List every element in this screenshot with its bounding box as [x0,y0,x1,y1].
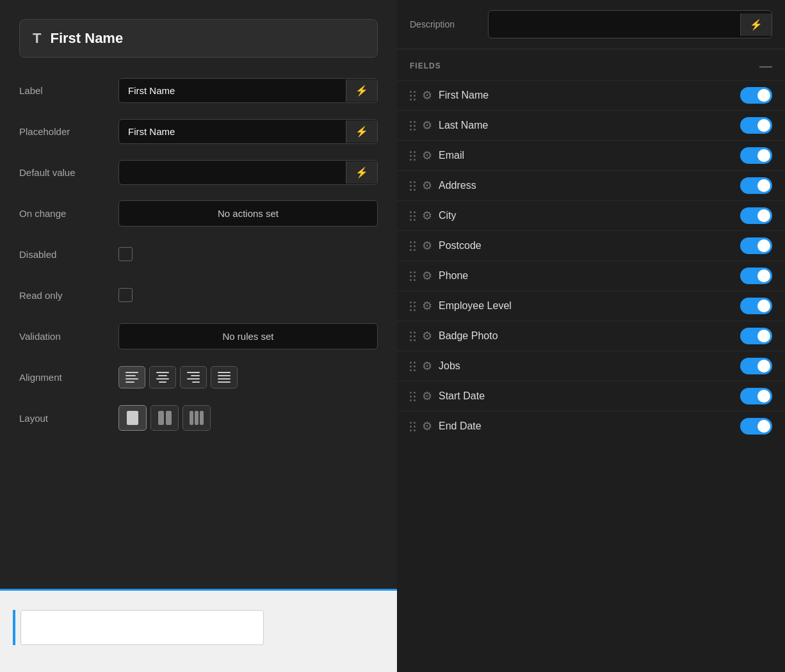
placeholder-input[interactable] [119,120,346,143]
field-toggle[interactable] [740,358,772,374]
field-item[interactable]: ⚙ Badge Photo [397,321,785,351]
field-gear-icon[interactable]: ⚙ [422,209,432,223]
layout-label: Layout [19,413,118,424]
field-item[interactable]: ⚙ Last Name [397,110,785,140]
align-right-icon [187,372,200,383]
layout-row: Layout [19,403,378,433]
field-gear-icon[interactable]: ⚙ [422,148,432,163]
field-toggle[interactable] [740,147,772,164]
fields-header: FIELDS — [397,49,785,80]
field-item[interactable]: ⚙ Employee Level [397,291,785,321]
field-item[interactable]: ⚙ City [397,200,785,230]
field-gear-icon[interactable]: ⚙ [422,329,432,343]
right-panel: Description ⚡ FIELDS — ⚙ First Name [397,0,785,672]
field-gear-icon[interactable]: ⚙ [422,118,432,132]
label-input[interactable] [119,79,346,102]
layout-single-icon [127,411,138,425]
field-toggle[interactable] [740,328,772,344]
layout-group [118,405,211,431]
disabled-label: Disabled [19,249,118,260]
drag-handle-icon [410,91,416,100]
field-gear-icon[interactable]: ⚙ [422,269,432,283]
blue-accent-bar [13,610,15,645]
field-gear-icon[interactable]: ⚙ [422,299,432,313]
field-item[interactable]: ⚙ Email [397,140,785,170]
field-toggle[interactable] [740,268,772,284]
description-lightning-btn[interactable]: ⚡ [740,13,772,36]
align-justify-icon [218,372,231,383]
read-only-checkbox[interactable] [118,288,133,302]
align-center-icon [156,372,169,383]
read-only-row: Read only [19,280,378,310]
bottom-preview-input [20,610,264,645]
align-center-btn[interactable] [149,366,176,388]
field-toggle[interactable] [740,177,772,194]
field-item[interactable]: ⚙ First Name [397,80,785,110]
field-item[interactable]: ⚙ Phone [397,260,785,291]
field-toggle-slider [740,147,772,164]
field-gear-icon[interactable]: ⚙ [422,389,432,403]
field-toggle-slider [740,298,772,314]
field-toggle[interactable] [740,418,772,435]
field-item-name: First Name [439,90,734,101]
field-toggle[interactable] [740,87,772,104]
default-value-label: Default value [19,167,118,178]
drag-handle-icon [410,362,416,371]
field-toggle-slider [740,207,772,224]
align-left-btn[interactable] [118,366,145,388]
read-only-checkbox-wrapper [118,288,133,302]
field-gear-icon[interactable]: ⚙ [422,239,432,253]
layout-double-btn[interactable] [150,405,179,431]
field-item-name: Postcode [439,240,734,252]
field-gear-icon[interactable]: ⚙ [422,359,432,373]
label-lightning-btn[interactable]: ⚡ [346,79,377,102]
field-item[interactable]: ⚙ Postcode [397,230,785,260]
drag-handle-icon [410,121,416,131]
field-toggle-slider [740,87,772,104]
layout-triple-btn[interactable] [182,405,211,431]
field-toggle[interactable] [740,117,772,134]
field-toggle-slider [740,268,772,284]
validation-button[interactable]: No rules set [118,323,378,349]
disabled-checkbox[interactable] [118,247,133,261]
placeholder-lightning-btn[interactable]: ⚡ [346,120,377,143]
field-toggle[interactable] [740,207,772,224]
drag-handle-icon [410,181,416,191]
field-item[interactable]: ⚙ End Date [397,411,785,441]
alignment-group [118,366,238,388]
field-item-name: Jobs [439,360,734,372]
placeholder-input-group: ⚡ [118,119,378,144]
left-panel: T First Name Label ⚡ Placeholder ⚡ Defau… [0,0,397,672]
default-value-lightning-btn[interactable]: ⚡ [346,161,377,184]
layout-single-btn[interactable] [118,405,147,431]
field-header: T First Name [19,19,378,58]
field-gear-icon[interactable]: ⚙ [422,88,432,102]
description-input[interactable] [489,11,740,38]
align-left-icon [125,372,138,383]
field-toggle[interactable] [740,298,772,314]
field-item-name: Email [439,150,734,161]
field-item-name: City [439,210,734,221]
field-item-name: End Date [439,420,734,432]
field-toggle[interactable] [740,237,772,254]
field-toggle[interactable] [740,388,772,404]
align-right-btn[interactable] [180,366,207,388]
default-value-row: Default value ⚡ [19,157,378,187]
on-change-button[interactable]: No actions set [118,200,378,227]
field-toggle-slider [740,358,772,374]
validation-label: Validation [19,331,118,342]
fields-collapse-btn[interactable]: — [759,60,772,72]
default-value-input-group: ⚡ [118,160,378,185]
field-item[interactable]: ⚙ Jobs [397,351,785,381]
drag-handle-icon [410,211,416,221]
alignment-row: Alignment [19,362,378,392]
label-field-label: Label [19,85,118,96]
field-item-name: Start Date [439,390,734,402]
field-item[interactable]: ⚙ Address [397,170,785,200]
field-gear-icon[interactable]: ⚙ [422,419,432,433]
default-value-input[interactable] [119,161,346,184]
align-justify-btn[interactable] [211,366,238,388]
field-gear-icon[interactable]: ⚙ [422,179,432,193]
field-toggle-slider [740,418,772,435]
field-item[interactable]: ⚙ Start Date [397,381,785,411]
